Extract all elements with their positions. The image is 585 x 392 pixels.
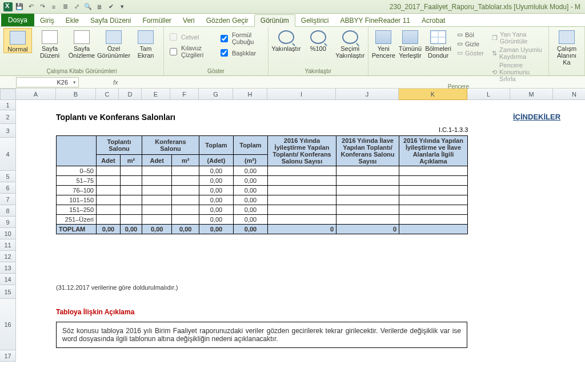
cell[interactable]: 101–150 [57,195,97,205]
row-header[interactable]: 17 [0,350,16,362]
cell[interactable]: 0 [268,225,336,234]
cell[interactable] [120,195,142,205]
cell[interactable] [172,166,199,176]
zoom-selection-button[interactable]: Seçimi Yakınlaştır [336,28,364,59]
cell[interactable]: 0,00 [199,166,234,176]
row-header[interactable]: 11 [0,239,16,251]
freeze-panes-button[interactable]: Bölmeleri Dondur [425,28,451,59]
tab-review[interactable]: Gözden Geçir [201,15,254,26]
view-preview-button[interactable]: Sayfa Önizleme [67,28,96,59]
column-header[interactable]: H [233,89,267,100]
row-header[interactable]: 4 [0,138,16,171]
row-header[interactable]: 7 [0,194,16,205]
cell[interactable]: 0,00 [120,225,142,234]
cell[interactable] [399,186,468,195]
tab-home[interactable]: Giriş [34,15,60,26]
cell[interactable] [399,225,468,234]
cell[interactable] [142,176,172,186]
zoom-100-button[interactable]: %100 [304,28,332,52]
qat-icon[interactable]: ✔ [106,2,115,11]
qat-icon[interactable]: 🗎 [95,2,104,11]
column-header[interactable]: L [467,89,510,100]
cell[interactable] [120,205,142,215]
save-icon[interactable]: 💾 [15,2,24,11]
cell[interactable]: 251–Üzeri [57,215,97,225]
cell[interactable] [172,205,199,215]
qat-dropdown-icon[interactable]: ▾ [118,2,127,11]
column-header[interactable]: B [56,89,96,100]
hide-button[interactable]: ▭ Gizle [455,39,486,48]
row-header[interactable]: 16 [0,299,16,350]
cell[interactable] [399,205,468,215]
qat-icon[interactable]: ⤢ [72,2,81,11]
gridlines-checkbox[interactable]: Kılavuz Çizgileri [167,45,215,58]
cell[interactable] [97,205,121,215]
cell[interactable]: 0,00 [97,225,121,234]
cell[interactable] [172,186,199,195]
cell[interactable] [399,176,468,186]
select-all-button[interactable] [0,89,16,100]
file-tab[interactable]: Dosya [1,14,34,26]
cell[interactable] [97,176,121,186]
cell[interactable] [336,195,399,205]
headings-checkbox[interactable]: Başlıklar [218,47,265,58]
cell[interactable] [142,215,172,225]
cell[interactable] [268,195,336,205]
cell[interactable]: 0,00 [199,215,234,225]
tab-data[interactable]: Veri [177,15,201,26]
tab-formulas[interactable]: Formüller [137,15,177,26]
cell[interactable] [336,166,399,176]
cell[interactable] [268,166,336,176]
cell[interactable]: 0,00 [199,195,234,205]
undo-icon[interactable]: ↶ [26,2,35,11]
row-header[interactable]: 1 [0,100,16,110]
cell[interactable] [268,205,336,215]
tab-layout[interactable]: Sayfa Düzeni [85,15,137,26]
tab-view[interactable]: Görünüm [254,14,295,27]
cell[interactable]: 0,00 [199,205,234,215]
cell[interactable]: 0,00 [234,195,268,205]
row-header[interactable]: 13 [0,262,16,274]
cell[interactable] [336,186,399,195]
row-header[interactable]: 3 [0,124,16,138]
cell[interactable] [142,205,172,215]
cell[interactable]: 0 [336,225,399,234]
row-header[interactable]: 10 [0,228,16,239]
cell[interactable] [120,186,142,195]
cell[interactable] [120,166,142,176]
arrange-all-button[interactable]: Tümünü Yerleştir [399,28,422,59]
column-header[interactable]: C [96,89,119,100]
cell[interactable]: 0–50 [57,166,97,176]
row-header[interactable]: 6 [0,182,16,194]
formula-bar-checkbox[interactable]: Formül Çubuğu [218,31,265,45]
row-header[interactable]: 14 [0,274,16,285]
save-workspace-button[interactable]: Çalışm Alanını Ka [552,28,581,66]
column-header[interactable]: M [510,89,553,100]
cell[interactable] [399,195,468,205]
cell[interactable]: 0,00 [234,166,268,176]
column-header[interactable]: N [553,89,585,100]
tab-developer[interactable]: Geliştirici [295,15,335,26]
cell[interactable] [120,215,142,225]
cell[interactable] [142,166,172,176]
zoom-button[interactable]: Yakınlaştır [272,28,300,52]
row-header[interactable]: 9 [0,217,16,228]
tab-acrobat[interactable]: Acrobat [416,15,451,26]
cell[interactable] [399,215,468,225]
qat-icon[interactable]: ≣ [61,2,70,11]
new-window-button[interactable]: Yeni Pencere [372,28,395,59]
cell[interactable] [172,176,199,186]
cell[interactable]: 0,00 [142,225,172,234]
cell[interactable]: 0,00 [199,225,234,234]
column-header[interactable]: F [170,89,199,100]
row-header[interactable]: 2 [0,110,16,124]
tab-abbyy[interactable]: ABBYY FineReader 11 [335,15,416,26]
fx-icon[interactable]: fx [113,79,118,86]
cell[interactable] [268,215,336,225]
view-normal-button[interactable]: Normal [3,28,32,53]
column-header[interactable]: J [336,89,399,100]
column-header[interactable]: D [119,89,142,100]
cell[interactable] [142,195,172,205]
column-header[interactable]: G [199,89,233,100]
cell[interactable] [97,215,121,225]
